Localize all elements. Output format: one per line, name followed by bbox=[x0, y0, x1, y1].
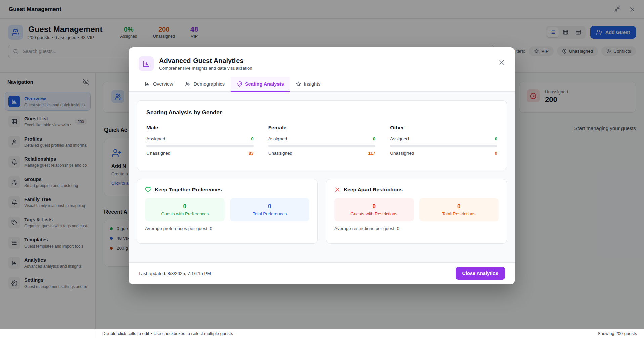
statusbar-hint: Double-click cells to edit • Use checkbo… bbox=[95, 331, 233, 336]
modal-subtitle: Comprehensive insights and data visualiz… bbox=[159, 66, 252, 71]
close-icon[interactable] bbox=[498, 59, 505, 66]
modal-title: Advanced Guest Analytics bbox=[159, 57, 252, 65]
stat-tile: 0 Guests with Restrictions bbox=[334, 198, 414, 221]
modal-tabs: Overview Demographics Seating Analysis I… bbox=[129, 77, 515, 92]
gender-column-female: Female Assigned0 Unassigned117 bbox=[268, 125, 376, 156]
progress-bar bbox=[146, 145, 254, 147]
section-title: Seating Analysis by Gender bbox=[146, 109, 497, 116]
statusbar-count: Showing 200 guests bbox=[598, 331, 644, 336]
stat-tile: 0 Total Preferences bbox=[230, 198, 310, 221]
heart-icon bbox=[145, 187, 151, 193]
card-caption: Average restrictions per guest: 0 bbox=[334, 226, 499, 231]
keep-apart-card: Keep Apart Restrictions 0 Guests with Re… bbox=[326, 179, 507, 244]
status-bar: Double-click cells to edit • Use checkbo… bbox=[0, 329, 644, 338]
seating-by-gender-card: Seating Analysis by Gender Male Assigned… bbox=[137, 100, 507, 170]
keep-together-card: Keep Together Preferences 0 Guests with … bbox=[137, 179, 318, 244]
progress-bar bbox=[268, 145, 376, 147]
bar-chart-icon bbox=[145, 81, 150, 87]
x-icon bbox=[334, 187, 340, 193]
stat-tile: 0 Total Restrictions bbox=[419, 198, 499, 221]
analytics-modal: Advanced Guest Analytics Comprehensive i… bbox=[129, 47, 515, 284]
tab-insights[interactable]: Insights bbox=[290, 77, 327, 92]
map-pin-icon bbox=[237, 81, 242, 87]
users-icon bbox=[185, 81, 190, 87]
progress-bar bbox=[390, 145, 497, 147]
card-caption: Average preferences per guest: 0 bbox=[145, 226, 309, 231]
gender-column-other: Other Assigned0 Unassigned0 bbox=[390, 125, 497, 156]
statusbar-spacer bbox=[0, 329, 95, 338]
tab-seating-analysis[interactable]: Seating Analysis bbox=[231, 77, 290, 92]
stat-tile: 0 Guests with Preferences bbox=[145, 198, 225, 221]
last-updated-text: Last updated: 8/3/2025, 7:16:15 PM bbox=[139, 271, 211, 276]
gender-column-male: Male Assigned0 Unassigned83 bbox=[146, 125, 254, 156]
tab-overview[interactable]: Overview bbox=[139, 77, 179, 92]
close-analytics-button[interactable]: Close Analytics bbox=[456, 267, 505, 280]
tab-demographics[interactable]: Demographics bbox=[179, 77, 231, 92]
analytics-chart-icon bbox=[139, 56, 154, 71]
star-icon bbox=[296, 81, 301, 87]
